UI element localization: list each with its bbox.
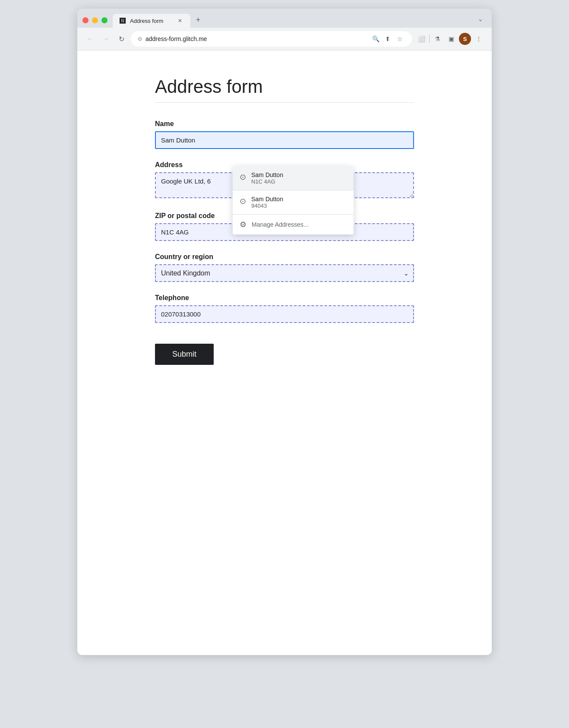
new-tab-button[interactable]: +: [192, 14, 204, 26]
tab-title: Address form: [130, 18, 173, 24]
name-input-wrapper: [155, 131, 414, 149]
country-label: Country or region: [155, 253, 414, 261]
autocomplete-sub-2: 94043: [251, 203, 283, 209]
settings-icon: ⚙: [240, 220, 247, 229]
page-title: Address form: [155, 76, 414, 97]
autocomplete-text-1: Sam Dutton N1C 4AG: [251, 171, 283, 185]
forward-button[interactable]: →: [100, 33, 112, 45]
address-bar: ← → ↻ ⊙ address-form.glitch.me 🔍 ⬆ ☆ ⬜ ⚗…: [77, 28, 492, 51]
name-form-group: Name: [155, 120, 414, 149]
manage-addresses-item[interactable]: ⚙ Manage Addresses...: [233, 215, 354, 234]
autocomplete-item-2[interactable]: ⊙ Sam Dutton 94043: [233, 190, 354, 214]
name-label: Name: [155, 120, 414, 128]
autocomplete-item-1[interactable]: ⊙ Sam Dutton N1C 4AG: [233, 166, 354, 190]
tab-search-button[interactable]: ⬜: [415, 33, 427, 45]
back-icon: ←: [87, 35, 94, 43]
autocomplete-name-1: Sam Dutton: [251, 171, 283, 178]
country-select[interactable]: United Kingdom United States Canada Aust…: [155, 264, 414, 282]
active-tab[interactable]: 🅽 Address form ✕: [113, 14, 190, 28]
country-select-wrapper: United Kingdom United States Canada Aust…: [155, 264, 414, 282]
more-menu-button[interactable]: ⋮: [473, 33, 485, 45]
name-input[interactable]: [155, 131, 414, 149]
split-view-button[interactable]: ▣: [445, 33, 457, 45]
maximize-window-button[interactable]: [101, 17, 107, 23]
autocomplete-text-2: Sam Dutton 94043: [251, 196, 283, 209]
browser-window: 🅽 Address form ✕ + ⌄ ← → ↻ ⊙ address-for…: [77, 9, 492, 655]
chevron-down-icon: ⌄: [478, 16, 483, 22]
tab-bar: 🅽 Address form ✕ + ⌄: [77, 9, 492, 28]
autocomplete-sub-1: N1C 4AG: [251, 178, 283, 185]
profile-button[interactable]: S: [459, 33, 471, 45]
zoom-button[interactable]: 🔍: [370, 34, 381, 44]
reload-icon: ↻: [119, 35, 124, 43]
tab-dropdown-button[interactable]: ⌄: [474, 13, 487, 25]
country-form-group: Country or region United Kingdom United …: [155, 253, 414, 282]
traffic-lights: [82, 17, 107, 28]
url-display: address-form.glitch.me: [145, 35, 367, 42]
contact-icon-2: ⊙: [240, 196, 246, 206]
submit-button[interactable]: Submit: [155, 344, 214, 365]
close-window-button[interactable]: [82, 17, 89, 23]
share-button[interactable]: ⬆: [382, 34, 393, 44]
browser-actions: ⬜ ⚗ ▣ S ⋮: [415, 33, 485, 45]
omnibox[interactable]: ⊙ address-form.glitch.me 🔍 ⬆ ☆: [131, 31, 412, 47]
reload-button[interactable]: ↻: [115, 33, 127, 45]
lab-button[interactable]: ⚗: [431, 33, 443, 45]
telephone-label: Telephone: [155, 294, 414, 302]
autocomplete-name-2: Sam Dutton: [251, 196, 283, 203]
tab-close-button[interactable]: ✕: [177, 17, 183, 24]
omnibox-actions: 🔍 ⬆ ☆: [370, 34, 405, 44]
forward-icon: →: [102, 35, 109, 43]
submit-label: Submit: [172, 350, 196, 358]
autocomplete-dropdown: ⊙ Sam Dutton N1C 4AG ⊙ Sam Dutton 94043 …: [233, 166, 354, 234]
telephone-form-group: Telephone: [155, 294, 414, 323]
security-icon: ⊙: [138, 36, 142, 42]
tab-favicon-icon: 🅽: [120, 17, 126, 24]
minimize-window-button[interactable]: [92, 17, 98, 23]
manage-addresses-label: Manage Addresses...: [252, 221, 309, 228]
title-divider: [155, 102, 414, 103]
page-content: Address form Name ⊙ Sam Dutton N1C 4AG ⊙: [77, 51, 492, 655]
avatar-initial: S: [463, 36, 467, 42]
contact-icon-1: ⊙: [240, 172, 246, 182]
telephone-input[interactable]: [155, 305, 414, 323]
toolbar-divider: [429, 35, 430, 43]
back-button[interactable]: ←: [84, 33, 96, 45]
bookmark-button[interactable]: ☆: [395, 34, 405, 44]
